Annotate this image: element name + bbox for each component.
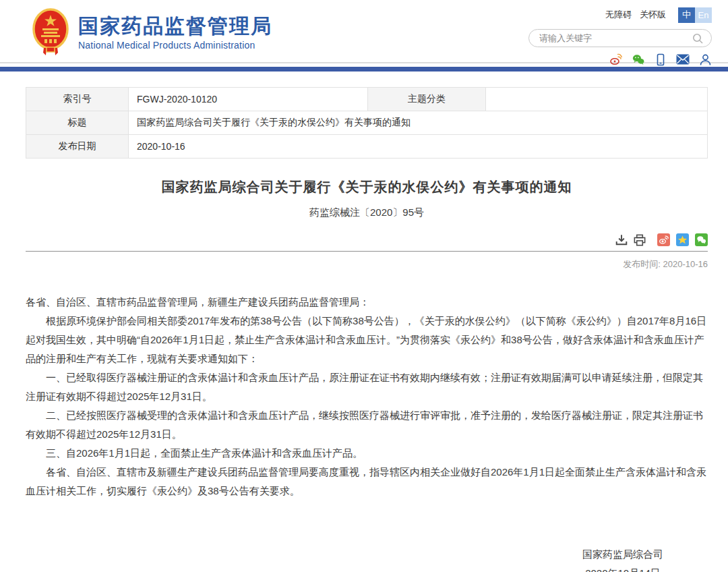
paragraph-salutation: 各省、自治区、直辖市药品监督管理局，新疆生产建设兵团药品监督管理局： bbox=[26, 293, 708, 312]
accessibility-link[interactable]: 无障碍 bbox=[605, 9, 632, 21]
weibo-icon[interactable] bbox=[609, 53, 623, 66]
topic-category-label: 主题分类 bbox=[368, 88, 486, 111]
topic-category-value bbox=[486, 88, 708, 111]
publish-date-value: 2020-10-16 bbox=[129, 135, 708, 159]
index-number-label: 索引号 bbox=[26, 88, 129, 111]
national-emblem-icon bbox=[32, 8, 69, 57]
utility-links: 无障碍 关怀版 中 En bbox=[605, 7, 712, 23]
download-icon[interactable] bbox=[615, 234, 628, 246]
signature-org: 国家药监局综合司 bbox=[582, 545, 663, 564]
site-subtitle: National Medical Products Administration bbox=[78, 40, 272, 51]
table-row: 标题 国家药监局综合司关于履行《关于汞的水俣公约》有关事项的通知 bbox=[26, 111, 708, 135]
paragraph-closing: 各省、自治区、直辖市及新疆生产建设兵团药品监督管理局要高度重视，指导辖区内相关企… bbox=[26, 463, 708, 500]
site-brand[interactable]: 国家药品监督管理局 National Medical Products Admi… bbox=[32, 8, 272, 57]
mail-icon[interactable] bbox=[676, 53, 690, 66]
publish-time: 发布时间: 2020-10-16 bbox=[26, 258, 708, 270]
paragraph-item-1: 一、已经取得医疗器械注册证的含汞体温计和含汞血压计产品，原注册证在证书有效期内继… bbox=[26, 368, 708, 406]
paragraph-intro: 根据原环境保护部会同相关部委2017年发布的第38号公告（以下简称38号公告），… bbox=[26, 312, 708, 368]
mobile-icon[interactable] bbox=[654, 53, 667, 66]
table-row: 发布日期 2020-10-16 bbox=[26, 135, 708, 159]
publish-time-label: 发布时间: bbox=[623, 259, 661, 269]
publish-date-label: 发布日期 bbox=[26, 135, 129, 159]
document-number: 药监综械注〔2020〕95号 bbox=[26, 206, 708, 219]
header-social-icons bbox=[609, 53, 712, 66]
brand-text: 国家药品监督管理局 National Medical Products Admi… bbox=[78, 15, 272, 51]
paragraph-item-2: 二、已经按照医疗器械受理的含汞体温计和含汞血压计产品，继续按照医疗器械进行审评审… bbox=[26, 406, 708, 444]
signature-block: 国家药监局综合司 2020年10月14日 bbox=[582, 545, 663, 572]
site-header: 国家药品监督管理局 National Medical Products Admi… bbox=[0, 0, 728, 62]
header-blue-bar bbox=[0, 67, 728, 72]
page-title: 国家药监局综合司关于履行《关于汞的水俣公约》有关事项的通知 bbox=[26, 178, 708, 196]
document-body: 各省、自治区、直辖市药品监督管理局，新疆生产建设兵团药品监督管理局： 根据原环境… bbox=[26, 293, 708, 500]
search-box bbox=[528, 29, 712, 47]
publish-time-value: 2020-10-16 bbox=[663, 259, 708, 269]
care-version-link[interactable]: 关怀版 bbox=[640, 9, 666, 21]
table-row: 索引号 FGWJ-2020-10120 主题分类 bbox=[26, 88, 708, 111]
index-number-value: FGWJ-2020-10120 bbox=[129, 88, 368, 111]
title-value: 国家药监局综合司关于履行《关于汞的水俣公约》有关事项的通知 bbox=[129, 111, 708, 135]
main-content: 索引号 FGWJ-2020-10120 主题分类 标题 国家药监局综合司关于履行… bbox=[0, 87, 728, 572]
signature-date: 2020年10月14日 bbox=[582, 564, 663, 572]
search-input[interactable] bbox=[539, 33, 691, 43]
document-toolbar bbox=[26, 233, 708, 252]
lang-zh-button[interactable]: 中 bbox=[678, 7, 695, 23]
user-icon[interactable] bbox=[698, 53, 712, 66]
share-weibo-icon[interactable] bbox=[657, 233, 670, 246]
wechat-icon[interactable] bbox=[632, 53, 645, 66]
share-wechat-icon[interactable] bbox=[695, 233, 708, 246]
paragraph-item-3: 三、自2026年1月1日起，全面禁止生产含汞体温计和含汞血压计产品。 bbox=[26, 444, 708, 463]
search-icon[interactable] bbox=[691, 32, 704, 45]
lang-en-button[interactable]: En bbox=[695, 7, 712, 23]
title-label: 标题 bbox=[26, 111, 129, 135]
language-toggle: 中 En bbox=[678, 7, 712, 23]
header-utility: 无障碍 关怀版 中 En bbox=[523, 7, 712, 66]
print-icon[interactable] bbox=[634, 234, 646, 246]
share-qzone-icon[interactable] bbox=[676, 233, 689, 246]
site-title: 国家药品监督管理局 bbox=[78, 15, 272, 38]
document-meta-table: 索引号 FGWJ-2020-10120 主题分类 标题 国家药监局综合司关于履行… bbox=[26, 87, 708, 159]
